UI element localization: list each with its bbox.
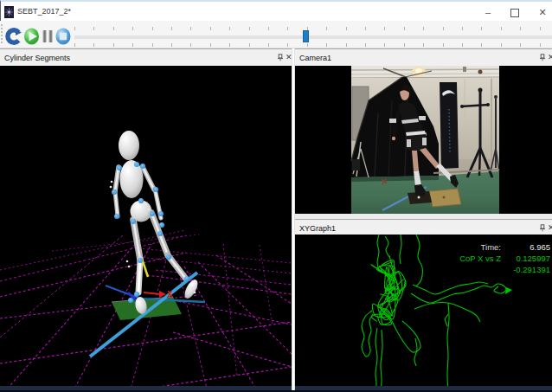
svg-text:-0.291391: -0.291391 [513,265,550,274]
svg-text:Time:: Time: [481,242,501,252]
svg-text:X: X [167,290,173,299]
svg-text:CoP X vs Z: CoP X vs Z [459,254,501,263]
svg-text:0.125997: 0.125997 [516,254,550,263]
svg-text:6.965: 6.965 [530,242,550,252]
